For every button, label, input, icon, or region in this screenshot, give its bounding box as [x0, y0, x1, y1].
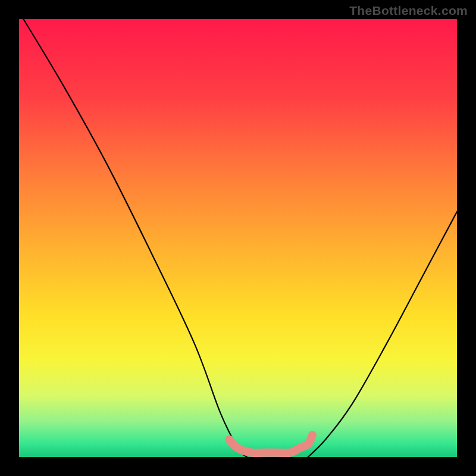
chart-plot-area — [19, 19, 457, 457]
left-curve — [23, 19, 246, 457]
chart-curves — [19, 19, 457, 457]
watermark: TheBottleneck.com — [349, 4, 468, 18]
right-curve — [308, 212, 457, 457]
valley-pink — [229, 435, 312, 453]
